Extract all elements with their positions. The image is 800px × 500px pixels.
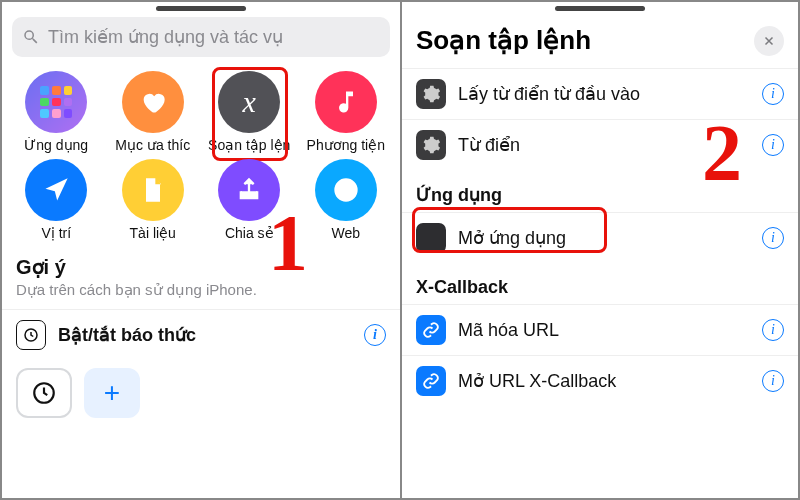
section-heading-apps: Ứng dụng bbox=[402, 170, 798, 212]
action-label: Mở ứng dụng bbox=[458, 227, 762, 249]
suggestions-subtext: Dựa trên cách bạn sử dụng iPhone. bbox=[2, 281, 400, 309]
info-icon[interactable]: i bbox=[364, 324, 386, 346]
category-label: Mục ưa thíc bbox=[105, 137, 202, 153]
info-icon[interactable]: i bbox=[762, 134, 784, 156]
category-label: Vị trí bbox=[8, 225, 105, 241]
action-row-open-xcallback[interactable]: Mở URL X-Callback i bbox=[402, 355, 798, 406]
suggestion-label: Bật/tắt báo thức bbox=[58, 324, 364, 346]
category-web[interactable]: Web bbox=[298, 159, 395, 241]
music-note-icon bbox=[315, 71, 377, 133]
category-label: Web bbox=[298, 225, 395, 241]
link-icon bbox=[416, 315, 446, 345]
plus-icon: + bbox=[104, 377, 120, 409]
chip-add[interactable]: + bbox=[84, 368, 140, 418]
category-media[interactable]: Phương tiện bbox=[298, 71, 395, 153]
action-label: Mã hóa URL bbox=[458, 320, 762, 341]
navigation-arrow-icon bbox=[25, 159, 87, 221]
open-app-icon bbox=[416, 223, 446, 253]
clock-app-icon bbox=[31, 380, 57, 406]
action-label: Mở URL X-Callback bbox=[458, 370, 762, 392]
category-location[interactable]: Vị trí bbox=[8, 159, 105, 241]
action-row-dictionary[interactable]: Từ điển i bbox=[402, 119, 798, 170]
category-label: Phương tiện bbox=[298, 137, 395, 153]
action-row-get-dictionary[interactable]: Lấy từ điển từ đầu vào i bbox=[402, 68, 798, 119]
category-favorites[interactable]: Mục ưa thíc bbox=[105, 71, 202, 153]
suggestion-chips: + bbox=[2, 360, 400, 426]
action-label: Lấy từ điển từ đầu vào bbox=[458, 83, 762, 105]
search-input[interactable]: Tìm kiếm ứng dụng và tác vụ bbox=[12, 17, 390, 57]
info-icon[interactable]: i bbox=[762, 227, 784, 249]
category-documents[interactable]: Tài liệu bbox=[105, 159, 202, 241]
category-apps[interactable]: Ứng dụng bbox=[8, 71, 105, 153]
category-share[interactable]: Chia sẻ bbox=[201, 159, 298, 241]
search-icon bbox=[22, 28, 40, 46]
right-screen: Soạn tập lệnh Lấy từ điển từ đầu vào i T… bbox=[400, 2, 798, 498]
category-label: Chia sẻ bbox=[201, 225, 298, 241]
info-icon[interactable]: i bbox=[762, 319, 784, 341]
link-icon bbox=[416, 366, 446, 396]
variable-x-icon: x bbox=[218, 71, 280, 133]
categories-grid: Ứng dụng Mục ưa thíc x Soạn tập lện bbox=[2, 67, 400, 249]
heart-icon bbox=[122, 71, 184, 133]
section-heading-xcallback: X-Callback bbox=[402, 263, 798, 304]
gear-icon bbox=[416, 130, 446, 160]
share-icon bbox=[218, 159, 280, 221]
search-placeholder: Tìm kiếm ứng dụng và tác vụ bbox=[48, 26, 283, 48]
clock-app-icon bbox=[16, 320, 46, 350]
suggestions-heading: Gợi ý bbox=[2, 249, 400, 281]
action-row-open-app[interactable]: Mở ứng dụng i bbox=[402, 212, 798, 263]
close-button[interactable] bbox=[754, 26, 784, 56]
left-screen: Tìm kiếm ứng dụng và tác vụ Ứng dụng Mục… bbox=[2, 2, 400, 498]
info-icon[interactable]: i bbox=[762, 83, 784, 105]
action-row-url-encode[interactable]: Mã hóa URL i bbox=[402, 304, 798, 355]
suggestion-row-alarm[interactable]: Bật/tắt báo thức i bbox=[2, 309, 400, 360]
category-label: Ứng dụng bbox=[8, 137, 105, 153]
gear-icon bbox=[416, 79, 446, 109]
category-scripting[interactable]: x Soạn tập lện bbox=[201, 71, 298, 153]
category-label: Soạn tập lện bbox=[201, 137, 298, 153]
panel-title: Soạn tập lệnh bbox=[416, 25, 591, 56]
chip-clock-app[interactable] bbox=[16, 368, 72, 418]
notch-bar bbox=[156, 6, 246, 11]
panel-header: Soạn tập lệnh bbox=[402, 17, 798, 68]
action-label: Từ điển bbox=[458, 134, 762, 156]
info-icon[interactable]: i bbox=[762, 370, 784, 392]
apps-grid-icon bbox=[25, 71, 87, 133]
notch-bar bbox=[555, 6, 645, 11]
category-label: Tài liệu bbox=[105, 225, 202, 241]
compass-icon bbox=[315, 159, 377, 221]
document-icon bbox=[122, 159, 184, 221]
close-icon bbox=[763, 35, 775, 47]
